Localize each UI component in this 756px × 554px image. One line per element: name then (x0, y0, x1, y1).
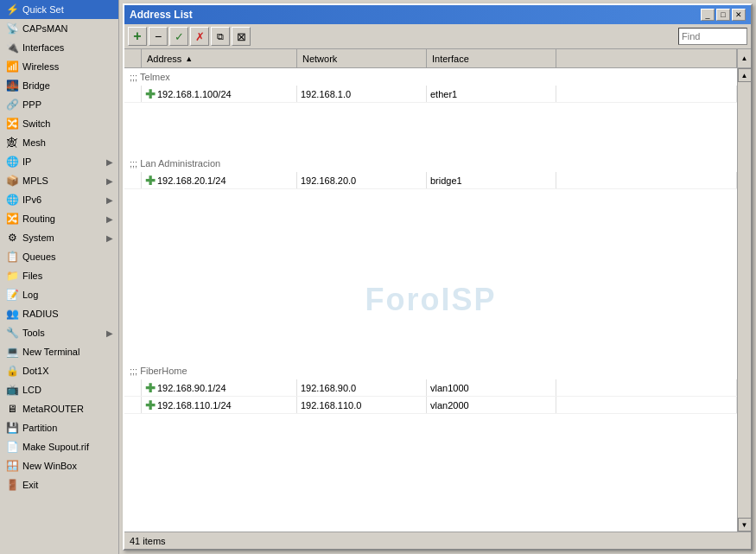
table-row[interactable]: ✚ 192.168.90.1/24 192.168.90.0 vlan1000 (124, 379, 737, 397)
scroll-down-button[interactable]: ▼ (738, 518, 752, 532)
sidebar-item-interfaces[interactable]: 🔌 Interfaces (0, 38, 118, 57)
sidebar-item-new-terminal[interactable]: 💻 New Terminal (0, 342, 118, 361)
table-area: ForoISP ;;; Telmex ✚ 192.168.1.100/24 19… (124, 68, 737, 532)
sidebar-item-label: RADIUS (22, 309, 59, 319)
sidebar-item-queues[interactable]: 📋 Queues (0, 247, 118, 266)
bridge-icon: 🌉 (5, 79, 19, 92)
supout-icon: 📄 (5, 440, 19, 454)
ip-icon: 🌐 (5, 155, 19, 169)
lcd-icon: 📺 (5, 383, 19, 397)
table-row[interactable]: ✚ 192.168.20.1/24 192.168.20.0 bridge1 (124, 172, 737, 189)
empty-row (124, 103, 737, 120)
sidebar-item-label: Interfaces (22, 42, 64, 53)
sidebar-item-bridge[interactable]: 🌉 Bridge (0, 76, 118, 95)
table-row[interactable]: ✚ 192.168.1.100/24 192.168.1.0 ether1 (124, 86, 737, 103)
table-row[interactable]: ✚ 192.168.110.1/24 192.168.110.0 vlan200… (124, 397, 737, 414)
address-cell: ✚ 192.168.110.1/24 (142, 397, 297, 413)
row-status-icon: ✚ (145, 88, 156, 100)
sidebar-item-label: PPP (22, 99, 41, 110)
find-input[interactable] (678, 28, 747, 45)
check-col-header (124, 49, 142, 67)
extra-column-header (556, 49, 737, 67)
sidebar-item-metarouter[interactable]: 🖥 MetaROUTER (0, 399, 118, 418)
arrow-icon: ▶ (106, 214, 113, 224)
copy-button[interactable]: ⧉ (211, 27, 230, 46)
sidebar-item-ppp[interactable]: 🔗 PPP (0, 95, 118, 114)
sidebar-item-quick-set[interactable]: ⚡ Quick Set (0, 0, 118, 19)
network-cell: 192.168.110.0 (297, 397, 427, 413)
add-button[interactable]: + (128, 27, 147, 46)
empty-row (124, 258, 737, 276)
sidebar-item-tools[interactable]: 🔧 Tools ▶ (0, 323, 118, 342)
sidebar-item-routing[interactable]: 🔀 Routing ▶ (0, 209, 118, 228)
address-column-header[interactable]: Address ▲ (142, 49, 297, 67)
sidebar-item-radius[interactable]: 👥 RADIUS (0, 304, 118, 323)
sidebar-item-mpls[interactable]: 📦 MPLS ▶ (0, 171, 118, 190)
sidebar-item-log[interactable]: 📝 Log (0, 285, 118, 304)
sidebar-item-switch[interactable]: 🔀 Switch (0, 114, 118, 133)
vertical-scrollbar[interactable]: ▲ ▼ (737, 68, 751, 532)
sidebar-item-label: Queues (22, 252, 56, 262)
sidebar-item-mesh[interactable]: 🕸 Mesh (0, 133, 118, 152)
minimize-button[interactable]: _ (701, 9, 715, 21)
sidebar-item-make-supout[interactable]: 📄 Make Supout.rif (0, 437, 118, 456)
row-status-icon: ✚ (145, 399, 156, 411)
sidebar-item-files[interactable]: 📁 Files (0, 266, 118, 285)
enable-button[interactable]: ✓ (169, 27, 188, 46)
sidebar-item-label: IPv6 (22, 194, 41, 205)
sidebar-item-system[interactable]: ⚙ System ▶ (0, 228, 118, 247)
interface-cell: vlan1000 (427, 379, 556, 396)
metarouter-icon: 🖥 (5, 402, 19, 416)
sidebar-item-new-winbox[interactable]: 🪟 New WinBox (0, 456, 118, 475)
sidebar-item-capsman[interactable]: 📡 CAPsMAN (0, 19, 118, 38)
ipv6-icon: 🌐 (5, 193, 19, 207)
sidebar-item-label: Tools (22, 328, 45, 338)
interface-column-header[interactable]: Interface (427, 49, 556, 67)
sidebar-item-label: Files (22, 271, 42, 281)
row-checkbox (124, 86, 142, 102)
sidebar-item-label: Routing (22, 213, 55, 224)
sidebar-item-label: Mesh (22, 137, 46, 148)
section-header-fiberhome: ;;; FiberHome (124, 362, 737, 379)
empty-row (124, 414, 737, 431)
row-checkbox (124, 172, 142, 188)
sidebar-item-label: System (22, 232, 54, 243)
system-icon: ⚙ (5, 231, 19, 245)
empty-row (124, 207, 737, 224)
sidebar-item-label: MPLS (22, 175, 48, 186)
filter-button[interactable]: ⊠ (232, 27, 251, 46)
sidebar-item-lcd[interactable]: 📺 LCD (0, 380, 118, 399)
terminal-icon: 💻 (5, 345, 19, 359)
table-container: ForoISP ;;; Telmex ✚ 192.168.1.100/24 19… (124, 68, 751, 532)
sidebar-item-exit[interactable]: 🚪 Exit (0, 475, 118, 494)
sidebar-item-ipv6[interactable]: 🌐 IPv6 ▶ (0, 190, 118, 209)
sidebar-item-wireless[interactable]: 📶 Wireless (0, 57, 118, 76)
address-cell: ✚ 192.168.90.1/24 (142, 379, 297, 396)
maximize-button[interactable]: □ (716, 9, 730, 21)
sidebar-item-dot1x[interactable]: 🔒 Dot1X (0, 361, 118, 380)
row-checkbox (124, 379, 142, 396)
sidebar-item-label: Log (22, 290, 38, 300)
close-button[interactable]: ✕ (732, 9, 746, 21)
disable-button[interactable]: ✗ (190, 27, 209, 46)
remove-button[interactable]: − (149, 27, 168, 46)
main-area: Address List _ □ ✕ + − ✓ ✗ ⧉ (119, 0, 756, 554)
network-column-header[interactable]: Network (297, 49, 427, 67)
sidebar-item-ip[interactable]: 🌐 IP ▶ (0, 152, 118, 171)
add-icon: + (133, 29, 141, 44)
sidebar-item-label: New Terminal (22, 347, 79, 357)
wireless-icon: 📶 (5, 60, 19, 73)
scroll-top-button[interactable]: ▲ (737, 49, 751, 68)
titlebar: Address List _ □ ✕ (124, 5, 751, 24)
find-box (678, 28, 747, 45)
sidebar-item-label: Bridge (22, 80, 50, 91)
extra-cell (556, 172, 737, 188)
scroll-up-button[interactable]: ▲ (738, 68, 752, 82)
empty-row (124, 224, 737, 241)
column-headers: Address ▲ Network Interface (124, 49, 737, 68)
network-cell: 192.168.1.0 (297, 86, 427, 102)
sidebar-item-partition[interactable]: 💾 Partition (0, 418, 118, 437)
titlebar-buttons: _ □ ✕ (701, 9, 746, 21)
status-bar: 41 items (124, 532, 751, 549)
window-title: Address List (130, 9, 193, 21)
